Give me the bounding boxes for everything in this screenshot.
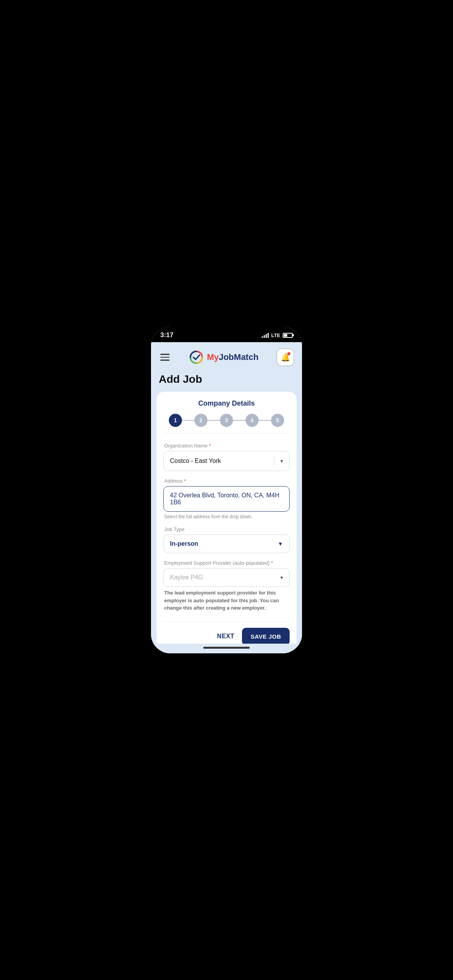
hamburger-line-2 <box>160 357 170 358</box>
step-2[interactable]: 2 <box>194 414 208 427</box>
battery-icon <box>283 333 293 338</box>
organization-name-label: Organization Name * <box>163 443 290 449</box>
app-content: MyJobMatch 🔔 Add Job Company Details 1 2 <box>151 342 302 644</box>
job-type-dropdown-icon[interactable]: ▼ <box>278 541 283 547</box>
app-header: MyJobMatch 🔔 <box>151 342 302 370</box>
step-line-2-3 <box>208 420 220 421</box>
step-5[interactable]: 5 <box>271 414 284 427</box>
home-indicator <box>151 644 302 653</box>
employment-support-dropdown-icon[interactable]: ▾ <box>280 574 283 581</box>
step-line-1-2 <box>182 420 194 421</box>
job-type-value: In-person <box>170 540 275 547</box>
next-button[interactable]: NEXT <box>217 633 235 640</box>
address-required: * <box>184 478 186 484</box>
job-type-field: Job Type In-person ▼ <box>163 526 290 553</box>
step-line-3-4 <box>233 420 245 421</box>
step-4[interactable]: 4 <box>245 414 259 427</box>
employment-support-input[interactable]: Kaylee P4G ▾ <box>163 568 290 587</box>
address-field: Address * 42 Overlea Blvd, Toronto, ON, … <box>163 478 290 519</box>
logo: MyJobMatch <box>189 350 258 365</box>
page-title: Add Job <box>151 370 302 392</box>
logo-jobmatch: JobMatch <box>219 352 259 362</box>
employment-support-label: Employment Support Provider (auto-popula… <box>163 560 290 566</box>
card-title: Company Details <box>163 399 290 408</box>
save-job-button[interactable]: SAVE JOB <box>242 628 290 644</box>
hamburger-line-1 <box>160 354 170 355</box>
logo-text: MyJobMatch <box>207 352 258 362</box>
card-actions: NEXT SAVE JOB <box>163 621 290 644</box>
organization-name-value: Costco - East York <box>170 457 271 464</box>
address-label: Address * <box>163 478 290 484</box>
employment-support-field: Employment Support Provider (auto-popula… <box>163 560 290 612</box>
address-input[interactable]: 42 Overlea Blvd, Toronto, ON, CA, M4H 1B… <box>163 486 290 512</box>
address-hint: Select the full address from the drop do… <box>163 514 290 519</box>
lte-label: LTE <box>271 332 280 338</box>
main-card: Company Details 1 2 3 4 <box>156 392 297 644</box>
step-line-4-5 <box>259 420 271 421</box>
notification-button[interactable]: 🔔 <box>276 348 294 366</box>
organization-name-input[interactable]: Costco - East York ▾ <box>163 451 290 471</box>
status-icons: LTE <box>262 332 293 338</box>
phone-frame: 3:17 LTE <box>151 327 302 653</box>
steps-container: 1 2 3 4 5 <box>163 414 290 433</box>
status-bar: 3:17 LTE <box>151 327 302 342</box>
employment-support-required: * <box>271 560 273 566</box>
logo-my: My <box>207 352 219 362</box>
organization-name-field: Organization Name * Costco - East York ▾ <box>163 443 290 471</box>
organization-name-dropdown-icon[interactable]: ▾ <box>280 458 283 464</box>
notification-dot <box>287 352 290 355</box>
home-bar <box>203 647 250 649</box>
employment-support-value: Kaylee P4G <box>170 574 277 581</box>
org-divider <box>274 457 274 465</box>
logo-icon <box>189 350 204 365</box>
address-value: 42 Overlea Blvd, Toronto, ON, CA, M4H 1B… <box>170 492 283 506</box>
hamburger-line-3 <box>160 360 170 361</box>
job-type-label: Job Type <box>163 526 290 532</box>
organization-name-required: * <box>209 443 211 449</box>
employment-support-hint: The lead employment support provider for… <box>163 589 290 612</box>
step-3[interactable]: 3 <box>220 414 233 427</box>
hamburger-menu-button[interactable] <box>159 352 171 362</box>
step-1[interactable]: 1 <box>169 414 182 427</box>
status-time: 3:17 <box>160 331 173 339</box>
job-type-input[interactable]: In-person ▼ <box>163 535 290 553</box>
signal-bars-icon <box>262 332 269 338</box>
